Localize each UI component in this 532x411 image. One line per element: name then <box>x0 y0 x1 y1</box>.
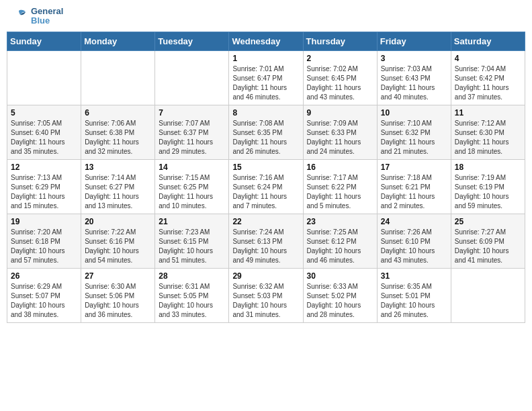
day-info: Sunrise: 6:33 AM Sunset: 5:02 PM Dayligh… <box>307 282 373 320</box>
calendar-week-row: 5Sunrise: 7:05 AM Sunset: 6:40 PM Daylig… <box>7 105 525 159</box>
calendar-week-row: 12Sunrise: 7:13 AM Sunset: 6:29 PM Dayli… <box>7 159 525 214</box>
day-number: 22 <box>232 217 299 226</box>
calendar-week-row: 1Sunrise: 7:01 AM Sunset: 6:47 PM Daylig… <box>7 50 525 105</box>
day-number: 27 <box>85 271 151 281</box>
calendar-cell: 29Sunrise: 6:32 AM Sunset: 5:03 PM Dayli… <box>229 268 303 322</box>
logo-bird-icon <box>9 7 28 26</box>
day-number: 1 <box>232 54 299 63</box>
day-info: Sunrise: 6:35 AM Sunset: 5:01 PM Dayligh… <box>381 282 447 320</box>
day-info: Sunrise: 6:29 AM Sunset: 5:07 PM Dayligh… <box>11 282 77 320</box>
day-info: Sunrise: 7:24 AM Sunset: 6:13 PM Dayligh… <box>232 228 299 265</box>
calendar-cell: 5Sunrise: 7:05 AM Sunset: 6:40 PM Daylig… <box>7 105 81 159</box>
calendar-cell: 4Sunrise: 7:04 AM Sunset: 6:42 PM Daylig… <box>451 50 525 105</box>
day-info: Sunrise: 7:06 AM Sunset: 6:38 PM Dayligh… <box>85 119 151 156</box>
day-info: Sunrise: 7:10 AM Sunset: 6:32 PM Dayligh… <box>381 119 447 156</box>
day-info: Sunrise: 7:17 AM Sunset: 6:22 PM Dayligh… <box>307 173 373 211</box>
day-info: Sunrise: 7:12 AM Sunset: 6:30 PM Dayligh… <box>455 119 521 156</box>
day-info: Sunrise: 7:01 AM Sunset: 6:47 PM Dayligh… <box>232 64 299 102</box>
day-info: Sunrise: 7:09 AM Sunset: 6:33 PM Dayligh… <box>307 119 373 156</box>
calendar-cell: 1Sunrise: 7:01 AM Sunset: 6:47 PM Daylig… <box>229 50 303 105</box>
day-number: 14 <box>159 163 225 172</box>
calendar-cell: 24Sunrise: 7:26 AM Sunset: 6:10 PM Dayli… <box>377 214 451 268</box>
day-info: Sunrise: 7:02 AM Sunset: 6:45 PM Dayligh… <box>307 64 373 102</box>
day-number: 29 <box>232 271 299 281</box>
calendar-week-row: 26Sunrise: 6:29 AM Sunset: 5:07 PM Dayli… <box>7 268 525 322</box>
calendar-cell: 17Sunrise: 7:18 AM Sunset: 6:21 PM Dayli… <box>377 159 451 214</box>
calendar-cell: 22Sunrise: 7:24 AM Sunset: 6:13 PM Dayli… <box>229 214 303 268</box>
calendar-cell: 16Sunrise: 7:17 AM Sunset: 6:22 PM Dayli… <box>303 159 377 214</box>
day-info: Sunrise: 7:23 AM Sunset: 6:15 PM Dayligh… <box>159 228 225 265</box>
day-number: 25 <box>455 217 521 226</box>
day-info: Sunrise: 7:27 AM Sunset: 6:09 PM Dayligh… <box>455 228 521 265</box>
day-number: 10 <box>381 108 447 118</box>
calendar-cell: 6Sunrise: 7:06 AM Sunset: 6:38 PM Daylig… <box>81 105 155 159</box>
col-header-tuesday: Tuesday <box>155 32 229 50</box>
calendar-cell: 10Sunrise: 7:10 AM Sunset: 6:32 PM Dayli… <box>377 105 451 159</box>
day-info: Sunrise: 6:30 AM Sunset: 5:06 PM Dayligh… <box>85 282 151 320</box>
day-info: Sunrise: 7:07 AM Sunset: 6:37 PM Dayligh… <box>159 119 225 156</box>
calendar-cell: 7Sunrise: 7:07 AM Sunset: 6:37 PM Daylig… <box>155 105 229 159</box>
logo-text-general: General <box>31 7 63 16</box>
calendar-cell: 19Sunrise: 7:20 AM Sunset: 6:18 PM Dayli… <box>7 214 81 268</box>
calendar-cell: 14Sunrise: 7:15 AM Sunset: 6:25 PM Dayli… <box>155 159 229 214</box>
day-number: 6 <box>85 108 151 118</box>
day-info: Sunrise: 7:20 AM Sunset: 6:18 PM Dayligh… <box>11 228 77 265</box>
day-number: 15 <box>232 163 299 172</box>
day-number: 12 <box>11 163 77 172</box>
day-info: Sunrise: 7:15 AM Sunset: 6:25 PM Dayligh… <box>159 173 225 211</box>
day-number: 17 <box>381 163 447 172</box>
day-number: 13 <box>85 163 151 172</box>
calendar-cell: 11Sunrise: 7:12 AM Sunset: 6:30 PM Dayli… <box>451 105 525 159</box>
day-info: Sunrise: 7:25 AM Sunset: 6:12 PM Dayligh… <box>307 228 373 265</box>
calendar-cell: 28Sunrise: 6:31 AM Sunset: 5:05 PM Dayli… <box>155 268 229 322</box>
calendar-table: SundayMondayTuesdayWednesdayThursdayFrid… <box>7 32 525 323</box>
day-info: Sunrise: 7:03 AM Sunset: 6:43 PM Dayligh… <box>381 64 447 102</box>
day-info: Sunrise: 7:08 AM Sunset: 6:35 PM Dayligh… <box>232 119 299 156</box>
col-header-thursday: Thursday <box>303 32 377 50</box>
day-number: 28 <box>159 271 225 281</box>
logo: General Blue <box>9 7 63 26</box>
day-info: Sunrise: 6:31 AM Sunset: 5:05 PM Dayligh… <box>159 282 225 320</box>
col-header-friday: Friday <box>377 32 451 50</box>
calendar-cell <box>451 268 525 322</box>
day-number: 21 <box>159 217 225 226</box>
col-header-wednesday: Wednesday <box>229 32 303 50</box>
day-number: 4 <box>455 54 521 63</box>
day-number: 20 <box>85 217 151 226</box>
calendar-cell: 30Sunrise: 6:33 AM Sunset: 5:02 PM Dayli… <box>303 268 377 322</box>
day-number: 9 <box>307 108 373 118</box>
calendar-cell: 25Sunrise: 7:27 AM Sunset: 6:09 PM Dayli… <box>451 214 525 268</box>
calendar-cell: 21Sunrise: 7:23 AM Sunset: 6:15 PM Dayli… <box>155 214 229 268</box>
day-info: Sunrise: 7:26 AM Sunset: 6:10 PM Dayligh… <box>381 228 447 265</box>
day-number: 5 <box>11 108 77 118</box>
calendar-cell: 20Sunrise: 7:22 AM Sunset: 6:16 PM Dayli… <box>81 214 155 268</box>
day-info: Sunrise: 7:04 AM Sunset: 6:42 PM Dayligh… <box>455 64 521 102</box>
calendar-cell: 23Sunrise: 7:25 AM Sunset: 6:12 PM Dayli… <box>303 214 377 268</box>
day-number: 7 <box>159 108 225 118</box>
day-number: 19 <box>11 217 77 226</box>
day-number: 31 <box>381 271 447 281</box>
day-number: 8 <box>232 108 299 118</box>
calendar-cell: 31Sunrise: 6:35 AM Sunset: 5:01 PM Dayli… <box>377 268 451 322</box>
calendar-cell <box>81 50 155 105</box>
calendar-week-row: 19Sunrise: 7:20 AM Sunset: 6:18 PM Dayli… <box>7 214 525 268</box>
day-number: 18 <box>455 163 521 172</box>
calendar-cell <box>7 50 81 105</box>
day-number: 26 <box>11 271 77 281</box>
day-number: 30 <box>307 271 373 281</box>
calendar-cell <box>155 50 229 105</box>
day-number: 24 <box>381 217 447 226</box>
logo-text-blue: Blue <box>31 16 63 26</box>
day-number: 2 <box>307 54 373 63</box>
day-info: Sunrise: 7:19 AM Sunset: 6:19 PM Dayligh… <box>455 173 521 211</box>
page-header: General Blue <box>7 7 525 26</box>
col-header-sunday: Sunday <box>7 32 81 50</box>
calendar-cell: 2Sunrise: 7:02 AM Sunset: 6:45 PM Daylig… <box>303 50 377 105</box>
day-info: Sunrise: 7:14 AM Sunset: 6:27 PM Dayligh… <box>85 173 151 211</box>
col-header-saturday: Saturday <box>451 32 525 50</box>
calendar-cell: 27Sunrise: 6:30 AM Sunset: 5:06 PM Dayli… <box>81 268 155 322</box>
col-header-monday: Monday <box>81 32 155 50</box>
day-info: Sunrise: 7:16 AM Sunset: 6:24 PM Dayligh… <box>232 173 299 211</box>
day-number: 11 <box>455 108 521 118</box>
day-info: Sunrise: 6:32 AM Sunset: 5:03 PM Dayligh… <box>232 282 299 320</box>
